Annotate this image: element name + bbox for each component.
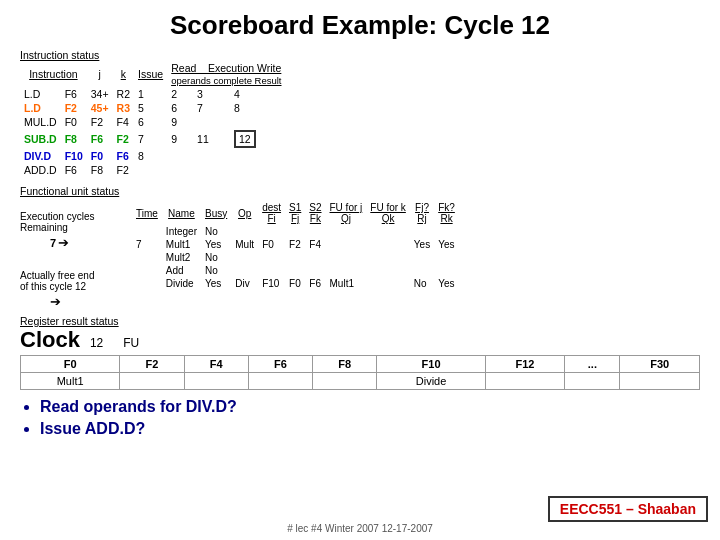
func-status-title: Functional unit status bbox=[20, 185, 700, 197]
table-row: Mult2 No bbox=[132, 251, 459, 264]
page-title: Scoreboard Example: Cycle 12 bbox=[20, 10, 700, 41]
col-read: Read Execution Writeoperands complete Re… bbox=[167, 61, 285, 87]
slide: Scoreboard Example: Cycle 12 Instruction… bbox=[0, 0, 720, 540]
execution-remaining-label: Execution cycles Remaining bbox=[20, 211, 128, 233]
table-row: L.D F6 34+ R2 1 2 3 4 bbox=[20, 87, 286, 101]
table-row: L.D F2 45+ R3 5 6 7 8 bbox=[20, 101, 286, 115]
table-row: DIV.D F10 F0 F6 8 bbox=[20, 149, 286, 163]
arrow-right-icon: ➔ bbox=[58, 235, 69, 250]
exec-arrow-value: 7 bbox=[50, 237, 56, 249]
col-issue: Issue bbox=[134, 61, 167, 87]
table-row: ADD.D F6 F8 F2 bbox=[20, 163, 286, 177]
boxed-12: 12 bbox=[234, 130, 256, 148]
instruction-table: Instruction j k Issue Read Execution Wri… bbox=[20, 61, 286, 177]
clock-label: Clock bbox=[20, 327, 80, 353]
table-row: Integer No bbox=[132, 225, 459, 238]
table-row: SUB.D F8 F6 F2 7 9 11 12 bbox=[20, 129, 286, 149]
fu-label: FU bbox=[123, 336, 139, 350]
instr-status-title: Instruction status bbox=[20, 49, 286, 61]
bullet-list: Read operands for DIV.D? Issue ADD.D? bbox=[20, 398, 700, 438]
actually-free-label: Actually free endof this cycle 12 bbox=[20, 270, 128, 292]
table-row: 7 Mult1 Yes Mult F0 F2 F4 Yes Yes bbox=[132, 238, 459, 251]
register-table: F0 F2 F4 F6 F8 F10 F12 ... F30 Mult1 bbox=[20, 355, 700, 390]
table-row: Add No bbox=[132, 264, 459, 277]
functional-unit-table: Time Name Busy Op destFi S1Fj S2Fk FU fo… bbox=[132, 201, 459, 290]
bullet-item: Issue ADD.D? bbox=[40, 420, 700, 438]
clock-num: 12 bbox=[90, 336, 103, 350]
bullet-item: Read operands for DIV.D? bbox=[40, 398, 700, 416]
col-k: k bbox=[113, 61, 134, 87]
col-instruction: Instruction bbox=[20, 61, 87, 87]
table-row: MUL.D F0 F2 F4 6 9 bbox=[20, 115, 286, 129]
register-values-row: Mult1 Divide bbox=[21, 373, 700, 390]
brand-text: EECC551 – Shaaban bbox=[560, 501, 696, 517]
reg-status-title: Register result status bbox=[20, 315, 700, 327]
arrow-right-icon2: ➔ bbox=[50, 294, 61, 309]
footer-ref: # lec #4 Winter 2007 12-17-2007 bbox=[0, 523, 720, 534]
col-j: j bbox=[87, 61, 113, 87]
brand-box: EECC551 – Shaaban bbox=[548, 496, 708, 522]
table-row: Divide Yes Div F10 F0 F6 Mult1 No Yes bbox=[132, 277, 459, 290]
